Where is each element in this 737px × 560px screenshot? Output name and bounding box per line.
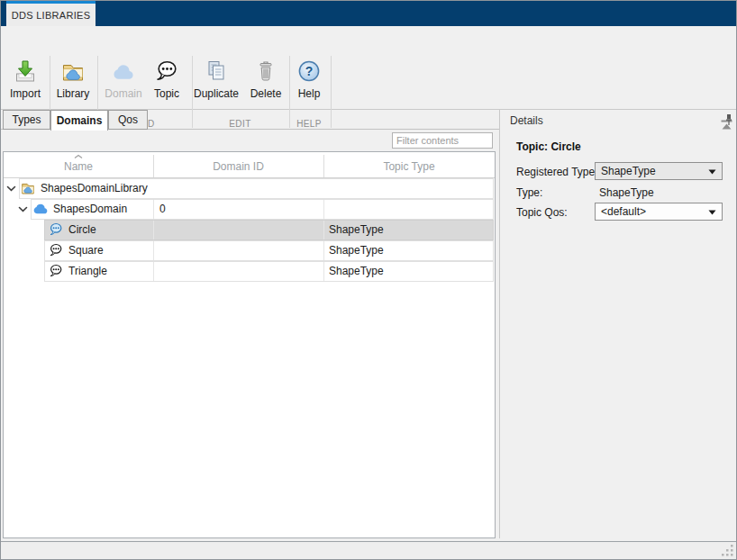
row-topic-type: ShapeType	[329, 261, 384, 282]
cell-divider	[323, 241, 324, 260]
help-button[interactable]: ? Help	[293, 55, 325, 111]
type-value: ShapeType	[599, 186, 654, 199]
library-folder-icon	[21, 181, 35, 195]
table-row-shapesdomain[interactable]: ShapesDomain 0	[4, 199, 495, 220]
duplicate-button-label: Duplicate	[194, 87, 239, 100]
import-icon	[13, 59, 38, 84]
row-topic-type: ShapeType	[329, 220, 384, 240]
panel-splitter[interactable]	[499, 110, 500, 538]
row-box	[44, 220, 494, 240]
library-button-label: Library	[57, 87, 90, 100]
topic-button[interactable]: Topic	[147, 55, 187, 111]
row-name: Triangle	[68, 261, 107, 282]
import-button-label: Import	[10, 87, 41, 100]
topic-bubble-icon	[49, 264, 63, 278]
table-row-shapesdomainlibrary[interactable]: ShapesDomainLibrary	[4, 178, 495, 199]
tab-types-label: Types	[12, 113, 41, 126]
registered-type-dropdown[interactable]: ShapeType	[595, 162, 723, 180]
table-row-circle[interactable]: Circle ShapeType	[4, 220, 495, 240]
type-label: Type:	[516, 186, 542, 199]
library-folder-icon	[60, 59, 86, 84]
table-row-square[interactable]: Square ShapeType	[4, 240, 495, 261]
details-title: Topic: Circle	[516, 140, 581, 153]
cell-divider	[153, 262, 154, 281]
tab-types[interactable]: Types	[3, 110, 50, 130]
resize-grip-icon[interactable]	[722, 545, 733, 556]
table-row-triangle[interactable]: Triangle ShapeType	[4, 261, 495, 282]
toolstrip: Import Library Domain	[1, 26, 736, 110]
status-bar	[1, 541, 736, 559]
tab-dds-libraries-label: DDS LIBRARIES	[12, 10, 91, 21]
column-header-topic-type[interactable]: Topic Type	[323, 160, 495, 173]
topic-bubble-icon	[49, 243, 63, 257]
domain-button-label: Domain	[105, 87, 141, 100]
domain-cloud-icon	[111, 59, 136, 84]
row-box	[44, 261, 494, 282]
details-header: Details	[510, 114, 543, 127]
table-header: Name Domain ID Topic Type	[4, 152, 495, 177]
tab-dds-libraries[interactable]: DDS LIBRARIES	[6, 1, 96, 26]
cell-divider	[153, 221, 154, 239]
tab-domains[interactable]: Domains	[50, 110, 108, 131]
cell-divider	[323, 221, 324, 239]
topic-qos-value: <default>	[601, 205, 646, 218]
tab-domains-label: Domains	[57, 114, 103, 127]
tab-qos-label: Qos	[118, 113, 138, 126]
column-header-domain-id[interactable]: Domain ID	[153, 160, 323, 173]
dds-libraries-window: DDS LIBRARIES Import	[0, 0, 737, 560]
row-name: ShapesDomainLibrary	[41, 178, 148, 199]
column-header-name[interactable]: Name	[4, 160, 153, 173]
column-divider[interactable]	[153, 155, 154, 177]
filter-contents-input[interactable]	[392, 132, 493, 149]
row-name: Circle	[68, 220, 96, 240]
cell-divider	[153, 200, 154, 219]
row-domain-id: 0	[159, 199, 166, 220]
cell-divider	[153, 241, 154, 260]
registered-type-value: ShapeType	[601, 165, 656, 177]
topic-button-label: Topic	[154, 87, 179, 100]
duplicate-button[interactable]: Duplicate	[193, 55, 240, 111]
import-button[interactable]: Import	[5, 55, 46, 111]
topic-qos-label: Topic Qos:	[516, 206, 568, 219]
column-divider[interactable]	[323, 155, 324, 177]
sort-ascending-icon	[74, 154, 83, 159]
delete-icon	[253, 59, 278, 84]
panel-tab-bar: Types Domains Qos	[1, 110, 499, 130]
domain-button[interactable]: Domain	[102, 55, 145, 111]
row-box	[44, 240, 494, 261]
chevron-down-icon[interactable]	[6, 185, 16, 192]
topic-bubble-icon	[154, 59, 179, 84]
registered-type-label: Registered Type:	[516, 166, 598, 178]
cell-divider	[323, 200, 324, 219]
pin-icon	[724, 113, 733, 126]
svg-text:?: ?	[305, 64, 314, 78]
toolstrip-titlebar: DDS LIBRARIES	[1, 1, 736, 26]
domain-cloud-icon	[33, 202, 48, 216]
row-topic-type: ShapeType	[329, 240, 384, 261]
topic-qos-dropdown[interactable]: <default>	[595, 203, 723, 221]
row-name: Square	[68, 240, 104, 261]
delete-button[interactable]: Delete	[244, 55, 287, 111]
delete-button-label: Delete	[250, 87, 282, 100]
topic-bubble-icon	[49, 222, 63, 237]
duplicate-icon	[204, 59, 229, 84]
help-button-label: Help	[298, 87, 321, 100]
chevron-down-icon[interactable]	[18, 206, 28, 212]
domains-tree-table: Name Domain ID Topic Type ShapesDomainLi…	[3, 151, 496, 538]
cell-divider	[323, 262, 324, 281]
chevron-down-icon	[708, 210, 716, 215]
row-name: ShapesDomain	[53, 199, 127, 220]
pin-details-button[interactable]	[724, 113, 733, 130]
tab-qos[interactable]: Qos	[108, 110, 148, 130]
chevron-down-icon	[708, 169, 716, 175]
help-icon: ?	[296, 59, 322, 84]
library-button[interactable]: Library	[52, 55, 94, 111]
